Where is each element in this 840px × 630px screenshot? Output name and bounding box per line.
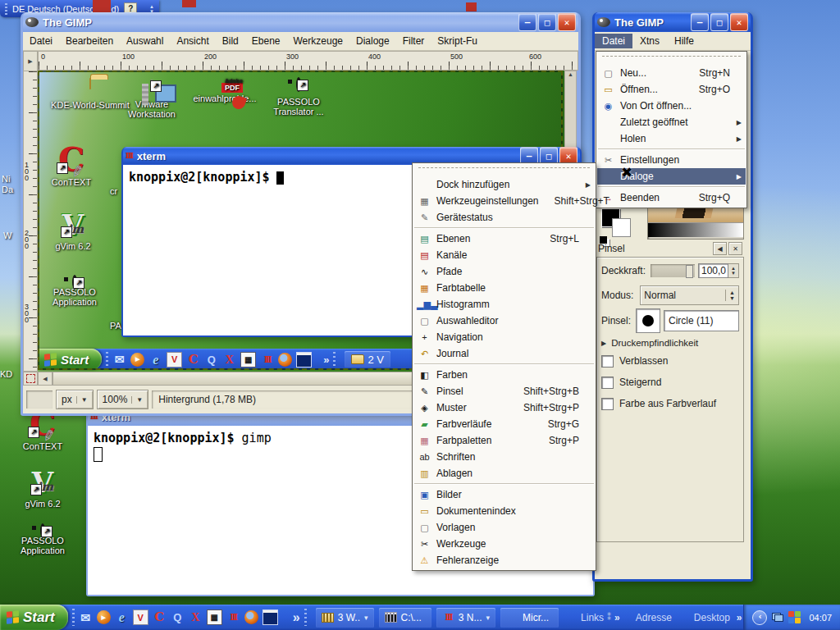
scroll-up-icon[interactable]: ▲ xyxy=(568,71,573,77)
menu-item[interactable]: ▢ Vorlagen xyxy=(413,519,595,536)
zoom-combo[interactable]: 100%▼ xyxy=(97,390,149,409)
maximize-button[interactable]: □ xyxy=(538,13,556,31)
tearoff-line[interactable] xyxy=(418,167,590,173)
gripper-icon[interactable] xyxy=(5,3,7,15)
chevron-icon[interactable]: » xyxy=(293,610,300,625)
task-button[interactable]: Micr... xyxy=(500,608,559,628)
unit-combo[interactable]: px▼ xyxy=(56,390,94,409)
command-window-icon[interactable] xyxy=(262,609,278,625)
start-button[interactable]: Start xyxy=(0,605,68,630)
task-button[interactable]: III 3 N... ▾ xyxy=(436,608,495,628)
menu-item[interactable]: Dialoge xyxy=(349,35,396,47)
chevron-icon[interactable]: » xyxy=(737,612,742,623)
tearoff-line[interactable] xyxy=(602,56,741,62)
menu-item[interactable]: Dock hinzufügen ▶ xyxy=(413,176,595,193)
menu-item[interactable]: ◉ Von Ort öffnen... xyxy=(597,98,746,114)
gripper-icon[interactable] xyxy=(304,609,307,627)
checkbox-row[interactable]: Farbe aus Farbverlauf xyxy=(601,397,739,410)
menu-item[interactable]: ▦ Werkzeugeinstellungen Shift+Strg+T xyxy=(413,193,595,209)
menu-item[interactable]: Zuletzt geöffnet ▶ xyxy=(597,114,746,130)
task-button[interactable]: C:\... xyxy=(379,608,431,628)
menu-item[interactable]: Holen ▶ xyxy=(597,130,746,147)
brush-pattern-gradient-previews[interactable] xyxy=(647,203,744,240)
menu-item[interactable]: ab Schriften xyxy=(413,449,595,465)
checkbox-row[interactable]: Verblassen xyxy=(601,354,739,368)
menu-item[interactable]: Filter xyxy=(396,35,431,47)
xterm-icon[interactable]: III xyxy=(226,610,240,624)
opacity-slider[interactable] xyxy=(651,264,695,277)
opacity-spinner[interactable]: 100,0 ▲▼ xyxy=(698,263,739,278)
menu-item[interactable]: ⚠ Fehleranzeige xyxy=(413,552,595,568)
gripper-icon[interactable] xyxy=(72,609,75,627)
menu-item[interactable]: ↶ Journal xyxy=(413,345,595,362)
textpad-icon[interactable]: V xyxy=(133,609,148,625)
firefox-icon[interactable] xyxy=(244,610,258,624)
menu-item[interactable]: ▭ Öffnen... Strg+O xyxy=(597,81,746,98)
chevron-icon[interactable]: » xyxy=(614,612,620,623)
windows-update-icon[interactable] xyxy=(788,611,801,623)
checkbox[interactable] xyxy=(601,377,614,389)
titlebar[interactable]: The GIMP – □ ✕ xyxy=(23,12,578,32)
close-button[interactable]: ✕ xyxy=(730,13,748,31)
menu-item[interactable]: ▥ Ablagen xyxy=(413,465,595,482)
task-button[interactable]: 3 W.. ▾ xyxy=(316,608,374,628)
menu-item[interactable]: Auswahl xyxy=(120,35,170,47)
menu-item[interactable]: + Navigation xyxy=(413,329,595,345)
menu-item[interactable]: Xtns xyxy=(632,34,667,48)
menu-item[interactable]: ▭ Dokumentenindex xyxy=(413,503,595,519)
menu-item[interactable]: ◈ Muster Shift+Strg+P xyxy=(413,399,595,416)
menu-item[interactable]: Datei xyxy=(595,34,632,48)
menu-item[interactable]: Bild xyxy=(216,35,245,47)
checkbox[interactable] xyxy=(601,355,614,368)
menu-item[interactable]: ▂▆▃ Histogramm xyxy=(413,296,595,313)
internet-explorer-icon[interactable]: e xyxy=(115,610,129,624)
menu-item[interactable]: ▰ Farbverläufe Strg+G xyxy=(413,416,595,432)
slider-handle[interactable] xyxy=(686,265,693,278)
menu-item[interactable]: ✂ Werkzeuge xyxy=(413,536,595,552)
gimp-toolbox-window[interactable]: The GIMP – □ ✕ DateiXtnsHilfe xyxy=(592,12,753,582)
spinner-arrows-icon[interactable]: ▲▼ xyxy=(728,263,739,278)
media-player-icon[interactable]: ▶ xyxy=(97,610,111,624)
toolbar-section[interactable]: Links ⁑ » xyxy=(567,612,620,623)
minimize-button[interactable]: – xyxy=(691,13,709,31)
checkbox[interactable] xyxy=(601,398,614,410)
desktop-icon-passolo[interactable]: ↗ PASSOLO Application xyxy=(5,526,80,555)
minimize-button[interactable]: – xyxy=(518,13,536,31)
menu-item[interactable]: ▦ Farbpaletten Strg+P xyxy=(413,432,595,449)
menu-item[interactable]: ✎ Pinsel Shift+Strg+B xyxy=(413,383,595,399)
menu-item[interactable]: ▤ Ebenen Strg+L xyxy=(413,231,595,247)
outlook-express-icon[interactable]: ✉ xyxy=(79,610,93,624)
menu-item[interactable]: ∿ Pfade xyxy=(413,263,595,280)
menu-item[interactable]: ▦ Farbtabelle xyxy=(413,280,595,296)
menu-item[interactable]: ▤ Kanäle xyxy=(413,247,595,263)
close-button[interactable]: ✕ xyxy=(558,13,576,31)
dock-menu-button[interactable]: ◀ xyxy=(713,242,727,255)
dock-close-button[interactable]: ✕ xyxy=(728,242,742,255)
menu-item[interactable]: ✂ Einstellungen xyxy=(597,152,746,168)
menu-item[interactable]: Werkzeuge xyxy=(287,35,349,47)
mode-dropdown[interactable]: Normal ▲▼ xyxy=(640,285,739,305)
titlebar[interactable]: The GIMP – □ ✕ xyxy=(595,12,751,32)
gradient-preview[interactable] xyxy=(648,223,743,237)
maximize-button[interactable]: □ xyxy=(710,13,728,31)
desktop-icon-gvim[interactable]: Vim↗ gVim 6.2 xyxy=(5,466,80,509)
menu-item[interactable]: Datei xyxy=(23,35,59,47)
menu-item[interactable]: Ansicht xyxy=(170,35,215,47)
quickmask-toggle[interactable] xyxy=(23,372,38,386)
background-color-swatch[interactable] xyxy=(612,218,631,237)
network-icon[interactable] xyxy=(772,613,783,622)
toolbar-section[interactable]: Desktop » xyxy=(680,612,742,623)
menu-item[interactable]: ▢ Neu... Strg+N xyxy=(597,65,746,81)
menu-item[interactable]: → Beenden Strg+Q xyxy=(597,189,746,206)
menu-item[interactable]: Dialoge ▶ xyxy=(597,168,746,185)
bkbdiff-icon[interactable]: ▦ xyxy=(207,609,222,625)
menu-item[interactable]: ✎ Gerätestatus xyxy=(413,209,595,226)
menu-item[interactable]: Skript-Fu xyxy=(431,35,484,47)
x-server-icon[interactable]: X xyxy=(189,610,203,624)
tray-collapse-icon[interactable]: ‹ xyxy=(752,610,767,625)
menu-item[interactable]: ◧ Farben xyxy=(413,367,595,383)
brush-thumbnail[interactable] xyxy=(636,308,660,333)
scroll-left-icon[interactable]: ◀ xyxy=(38,372,52,386)
menu-item[interactable]: Hilfe xyxy=(667,34,701,48)
toolbar-section[interactable]: Adresse xyxy=(622,612,678,623)
